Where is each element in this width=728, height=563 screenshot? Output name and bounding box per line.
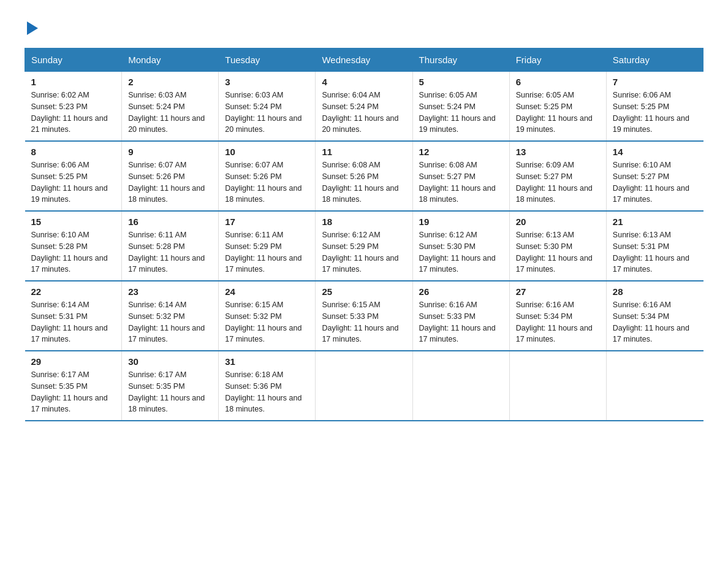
day-number: 18 [322, 216, 406, 227]
day-number: 14 [613, 147, 697, 157]
page-header [25, 18, 703, 36]
calendar-cell [509, 351, 606, 421]
calendar-header-monday: Monday [122, 48, 219, 72]
day-info: Sunrise: 6:11 AMSunset: 5:29 PMDaylight:… [225, 229, 309, 275]
day-info: Sunrise: 6:04 AMSunset: 5:24 PMDaylight:… [322, 90, 406, 136]
calendar-table: SundayMondayTuesdayWednesdayThursdayFrid… [25, 48, 703, 421]
calendar-cell: 9 Sunrise: 6:07 AMSunset: 5:26 PMDayligh… [122, 141, 219, 211]
day-info: Sunrise: 6:08 AMSunset: 5:27 PMDaylight:… [419, 159, 503, 205]
day-number: 15 [31, 216, 116, 227]
calendar-week-row: 1 Sunrise: 6:02 AMSunset: 5:23 PMDayligh… [25, 72, 703, 142]
day-info: Sunrise: 6:10 AMSunset: 5:28 PMDaylight:… [31, 229, 116, 275]
day-number: 27 [516, 286, 600, 297]
arrow-svg [27, 21, 38, 35]
logo-arrow-icon [27, 18, 38, 39]
day-number: 4 [322, 77, 406, 87]
calendar-cell: 16 Sunrise: 6:11 AMSunset: 5:28 PMDaylig… [122, 211, 219, 281]
day-number: 7 [613, 77, 697, 87]
day-info: Sunrise: 6:05 AMSunset: 5:24 PMDaylight:… [419, 90, 503, 136]
day-info: Sunrise: 6:09 AMSunset: 5:27 PMDaylight:… [516, 159, 600, 205]
calendar-cell: 14 Sunrise: 6:10 AMSunset: 5:27 PMDaylig… [606, 141, 703, 211]
calendar-cell: 4 Sunrise: 6:04 AMSunset: 5:24 PMDayligh… [316, 72, 412, 142]
day-info: Sunrise: 6:14 AMSunset: 5:31 PMDaylight:… [31, 299, 116, 345]
calendar-week-row: 22 Sunrise: 6:14 AMSunset: 5:31 PMDaylig… [25, 281, 703, 351]
calendar-header-wednesday: Wednesday [316, 48, 412, 72]
day-number: 11 [322, 147, 406, 157]
logo [25, 18, 38, 36]
calendar-cell: 2 Sunrise: 6:03 AMSunset: 5:24 PMDayligh… [122, 72, 219, 142]
day-number: 16 [128, 216, 212, 227]
day-info: Sunrise: 6:15 AMSunset: 5:33 PMDaylight:… [322, 299, 406, 345]
day-info: Sunrise: 6:12 AMSunset: 5:29 PMDaylight:… [322, 229, 406, 275]
day-number: 28 [613, 286, 697, 297]
calendar-cell: 8 Sunrise: 6:06 AMSunset: 5:25 PMDayligh… [25, 141, 122, 211]
calendar-cell [412, 351, 509, 421]
day-info: Sunrise: 6:08 AMSunset: 5:26 PMDaylight:… [322, 159, 406, 205]
calendar-cell [316, 351, 412, 421]
day-info: Sunrise: 6:06 AMSunset: 5:25 PMDaylight:… [31, 159, 116, 205]
calendar-cell: 30 Sunrise: 6:17 AMSunset: 5:35 PMDaylig… [122, 351, 219, 421]
day-number: 3 [225, 77, 309, 87]
calendar-header-row: SundayMondayTuesdayWednesdayThursdayFrid… [25, 48, 703, 72]
day-number: 5 [419, 77, 503, 87]
calendar-cell: 21 Sunrise: 6:13 AMSunset: 5:31 PMDaylig… [606, 211, 703, 281]
day-number: 2 [128, 77, 212, 87]
day-number: 10 [225, 147, 309, 157]
day-info: Sunrise: 6:02 AMSunset: 5:23 PMDaylight:… [31, 90, 116, 136]
calendar-cell: 6 Sunrise: 6:05 AMSunset: 5:25 PMDayligh… [509, 72, 606, 142]
calendar-cell: 12 Sunrise: 6:08 AMSunset: 5:27 PMDaylig… [412, 141, 509, 211]
day-number: 13 [516, 147, 600, 157]
day-number: 29 [31, 356, 116, 367]
day-info: Sunrise: 6:18 AMSunset: 5:36 PMDaylight:… [225, 369, 309, 415]
calendar-cell: 10 Sunrise: 6:07 AMSunset: 5:26 PMDaylig… [219, 141, 316, 211]
calendar-week-row: 29 Sunrise: 6:17 AMSunset: 5:35 PMDaylig… [25, 351, 703, 421]
calendar-header-thursday: Thursday [412, 48, 509, 72]
day-info: Sunrise: 6:12 AMSunset: 5:30 PMDaylight:… [419, 229, 503, 275]
day-number: 31 [225, 356, 309, 367]
day-number: 17 [225, 216, 309, 227]
svg-marker-0 [27, 21, 38, 35]
day-info: Sunrise: 6:06 AMSunset: 5:25 PMDaylight:… [613, 90, 697, 136]
calendar-cell: 28 Sunrise: 6:16 AMSunset: 5:34 PMDaylig… [606, 281, 703, 351]
calendar-cell: 7 Sunrise: 6:06 AMSunset: 5:25 PMDayligh… [606, 72, 703, 142]
calendar-header-saturday: Saturday [606, 48, 703, 72]
day-info: Sunrise: 6:16 AMSunset: 5:34 PMDaylight:… [516, 299, 600, 345]
day-info: Sunrise: 6:15 AMSunset: 5:32 PMDaylight:… [225, 299, 309, 345]
day-info: Sunrise: 6:10 AMSunset: 5:27 PMDaylight:… [613, 159, 697, 205]
calendar-cell: 20 Sunrise: 6:13 AMSunset: 5:30 PMDaylig… [509, 211, 606, 281]
day-number: 26 [419, 286, 503, 297]
day-info: Sunrise: 6:16 AMSunset: 5:34 PMDaylight:… [613, 299, 697, 345]
day-info: Sunrise: 6:13 AMSunset: 5:31 PMDaylight:… [613, 229, 697, 275]
calendar-header-tuesday: Tuesday [219, 48, 316, 72]
calendar-cell: 19 Sunrise: 6:12 AMSunset: 5:30 PMDaylig… [412, 211, 509, 281]
day-number: 25 [322, 286, 406, 297]
day-info: Sunrise: 6:03 AMSunset: 5:24 PMDaylight:… [225, 90, 309, 136]
calendar-cell: 11 Sunrise: 6:08 AMSunset: 5:26 PMDaylig… [316, 141, 412, 211]
day-info: Sunrise: 6:14 AMSunset: 5:32 PMDaylight:… [128, 299, 212, 345]
calendar-header-friday: Friday [509, 48, 606, 72]
calendar-cell: 29 Sunrise: 6:17 AMSunset: 5:35 PMDaylig… [25, 351, 122, 421]
day-number: 19 [419, 216, 503, 227]
day-number: 20 [516, 216, 600, 227]
calendar-week-row: 15 Sunrise: 6:10 AMSunset: 5:28 PMDaylig… [25, 211, 703, 281]
day-info: Sunrise: 6:17 AMSunset: 5:35 PMDaylight:… [31, 369, 116, 415]
calendar-cell: 5 Sunrise: 6:05 AMSunset: 5:24 PMDayligh… [412, 72, 509, 142]
day-info: Sunrise: 6:16 AMSunset: 5:33 PMDaylight:… [419, 299, 503, 345]
day-info: Sunrise: 6:05 AMSunset: 5:25 PMDaylight:… [516, 90, 600, 136]
day-info: Sunrise: 6:13 AMSunset: 5:30 PMDaylight:… [516, 229, 600, 275]
calendar-cell: 1 Sunrise: 6:02 AMSunset: 5:23 PMDayligh… [25, 72, 122, 142]
calendar-cell: 17 Sunrise: 6:11 AMSunset: 5:29 PMDaylig… [219, 211, 316, 281]
day-info: Sunrise: 6:11 AMSunset: 5:28 PMDaylight:… [128, 229, 212, 275]
calendar-cell: 23 Sunrise: 6:14 AMSunset: 5:32 PMDaylig… [122, 281, 219, 351]
day-number: 8 [31, 147, 116, 157]
calendar-cell: 27 Sunrise: 6:16 AMSunset: 5:34 PMDaylig… [509, 281, 606, 351]
calendar-cell: 26 Sunrise: 6:16 AMSunset: 5:33 PMDaylig… [412, 281, 509, 351]
day-number: 30 [128, 356, 212, 367]
day-info: Sunrise: 6:03 AMSunset: 5:24 PMDaylight:… [128, 90, 212, 136]
day-number: 23 [128, 286, 212, 297]
day-info: Sunrise: 6:07 AMSunset: 5:26 PMDaylight:… [128, 159, 212, 205]
calendar-cell [606, 351, 703, 421]
day-number: 12 [419, 147, 503, 157]
calendar-cell: 18 Sunrise: 6:12 AMSunset: 5:29 PMDaylig… [316, 211, 412, 281]
calendar-cell: 3 Sunrise: 6:03 AMSunset: 5:24 PMDayligh… [219, 72, 316, 142]
